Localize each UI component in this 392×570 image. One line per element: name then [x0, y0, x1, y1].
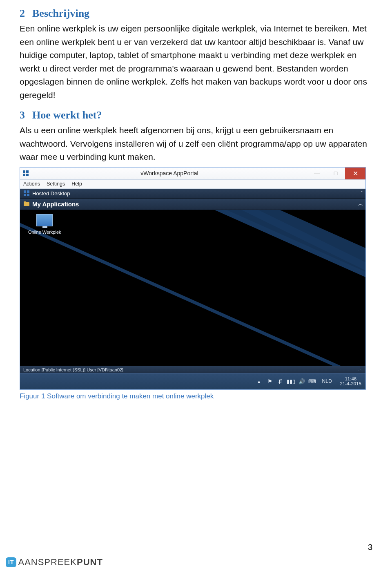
keyboard-icon[interactable]: ⌨	[309, 378, 316, 384]
band-hosted-label: Hosted Desktop	[32, 190, 70, 197]
app-tile-online-werkplek[interactable]: Online Werkplek	[28, 214, 61, 235]
svg-rect-6	[24, 194, 26, 196]
svg-rect-3	[26, 174, 29, 176]
volume-icon[interactable]: 🔊	[298, 378, 305, 384]
window-title: vWorkspace AppPortal	[31, 170, 307, 177]
menu-help[interactable]: Help	[71, 181, 82, 187]
heading-title: Beschrijving	[32, 7, 89, 19]
svg-rect-2	[23, 174, 25, 176]
app-tile-label: Online Werkplek	[28, 230, 61, 235]
language-indicator[interactable]: NLD	[320, 378, 334, 384]
band-apps-label: My Applications	[32, 201, 79, 208]
network-signal-icon[interactable]: ▮▮▯	[288, 378, 294, 384]
logo-word-light: AANSPREEK	[18, 557, 77, 567]
footer-logo: IT AANSPREEKPUNT	[6, 557, 103, 568]
band-my-applications[interactable]: My Applications ︿	[20, 199, 365, 210]
clock-date: 21-4-2015	[340, 381, 361, 386]
svg-rect-0	[23, 170, 25, 173]
tray-overflow-icon[interactable]: ▴	[256, 378, 263, 384]
chevron-up-icon: ︿	[358, 201, 362, 208]
logo-word-bold: PUNT	[77, 557, 103, 567]
svg-rect-8	[24, 202, 29, 206]
svg-rect-4	[24, 190, 26, 193]
system-tray: ▴ ⚑ ⇵ ▮▮▯ 🔊 ⌨ NLD 11:46 21-4-2015	[256, 376, 365, 386]
logo-wordmark: AANSPREEKPUNT	[18, 557, 102, 568]
action-center-flag-icon[interactable]: ⚑	[267, 378, 273, 384]
resize-grip-icon[interactable]: ⋰	[358, 367, 362, 372]
status-bar: Location [Public Internet (SSL)] User [V…	[20, 366, 365, 374]
section-2-body: Een online werkplek is uw eigen persoonl…	[20, 22, 372, 102]
minimize-button[interactable]: —	[307, 168, 326, 179]
folder-icon	[23, 201, 30, 207]
window-buttons: — □ ✕	[307, 168, 365, 179]
figure-caption: Figuur 1 Software om verbinding te maken…	[20, 392, 372, 400]
page-number: 3	[368, 543, 372, 552]
app-icon	[22, 170, 29, 177]
close-button[interactable]: ✕	[345, 168, 365, 179]
status-text: Location [Public Internet (SSL)] User [V…	[23, 367, 123, 372]
menu-actions[interactable]: Actions	[23, 181, 40, 187]
svg-rect-9	[24, 201, 26, 203]
band-hosted-desktop[interactable]: Hosted Desktop ˅	[20, 189, 365, 199]
heading-number: 3	[20, 109, 25, 121]
clock-time: 11:46	[340, 376, 361, 381]
svg-rect-1	[26, 170, 29, 173]
heading-title: Hoe werkt het?	[32, 109, 102, 121]
section-3-body: Als u een online werkplek heeft afgenome…	[20, 124, 372, 164]
maximize-button[interactable]: □	[326, 168, 345, 179]
hosted-desktop-icon	[23, 190, 30, 197]
figure-1-screenshot: vWorkspace AppPortal — □ ✕ Actions Setti…	[20, 167, 366, 390]
app-canvas: Online Werkplek	[20, 210, 365, 366]
logo-badge: IT	[6, 557, 16, 567]
title-bar[interactable]: vWorkspace AppPortal — □ ✕	[20, 168, 365, 180]
heading-section-3: 3Hoe werkt het?	[20, 109, 372, 121]
heading-section-2: 2Beschrijving	[20, 7, 372, 20]
menu-bar: Actions Settings Help	[20, 180, 365, 189]
monitor-icon	[36, 214, 53, 226]
menu-settings[interactable]: Settings	[47, 181, 65, 187]
device-icon[interactable]: ⇵	[277, 378, 284, 384]
svg-rect-5	[27, 190, 29, 193]
taskbar: ▴ ⚑ ⇵ ▮▮▯ 🔊 ⌨ NLD 11:46 21-4-2015	[20, 373, 365, 389]
chevron-down-icon: ˅	[361, 190, 362, 196]
svg-rect-7	[27, 194, 29, 196]
heading-number: 2	[20, 7, 25, 19]
clock[interactable]: 11:46 21-4-2015	[339, 376, 363, 386]
app-window: vWorkspace AppPortal — □ ✕ Actions Setti…	[20, 168, 365, 374]
